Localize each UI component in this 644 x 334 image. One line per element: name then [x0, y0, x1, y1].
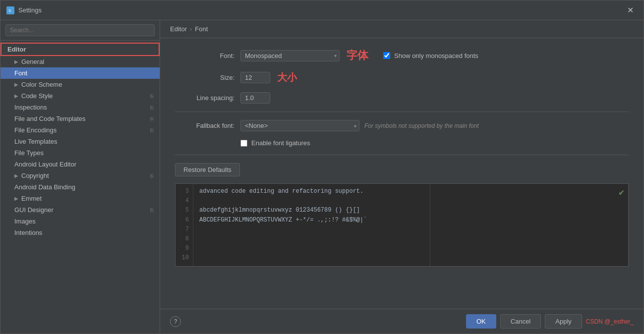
font-row: Font: Monospaced 字体 Show only monospaced…: [175, 48, 629, 63]
breadcrumb-font: Font: [195, 25, 208, 33]
file-types-label: File Types: [14, 149, 44, 157]
preview-right-panel: ✔: [430, 184, 628, 266]
cancel-button[interactable]: Cancel: [500, 314, 541, 329]
color-scheme-label: Color Scheme: [21, 81, 62, 88]
sidebar-item-general[interactable]: ▶ General: [0, 56, 160, 67]
settings-window: S Settings ✕ Editor ▶ General: [0, 0, 644, 334]
copy-icon: ⎘: [150, 207, 154, 213]
size-input[interactable]: [240, 72, 270, 83]
sidebar-item-emmet[interactable]: ▶ Emmet: [0, 193, 160, 204]
sidebar-item-file-types[interactable]: File Types: [0, 147, 160, 159]
preview-line-3: advanced code editing and refactoring su…: [199, 187, 424, 196]
sidebar-item-file-code-templates[interactable]: File and Code Templates ⎘: [0, 113, 160, 124]
android-layout-editor-label: Android Layout Editor: [14, 161, 76, 168]
gutter-line-3: 3: [179, 187, 189, 196]
search-box: [0, 20, 160, 41]
show-monospaced-checkbox[interactable]: [383, 52, 390, 59]
enable-ligatures-checkbox[interactable]: [240, 140, 247, 147]
close-button[interactable]: ✕: [623, 3, 638, 17]
search-input[interactable]: [5, 24, 155, 36]
gutter-line-10: 10: [179, 253, 189, 263]
app-icon: S: [6, 6, 14, 14]
breadcrumb-editor: Editor: [170, 25, 187, 33]
fallback-font-hint: For symbols not supported by the main fo…: [364, 122, 479, 129]
sidebar-item-gui-designer[interactable]: GUI Designer ⎘: [0, 204, 160, 216]
size-annotation: 大小: [277, 71, 297, 84]
svg-text:S: S: [8, 8, 11, 13]
code-preview: 3 4 5 6 7 8 9 10 advanced code editing a…: [175, 183, 629, 267]
show-monospaced-label: Show only monospaced fonts: [394, 52, 478, 59]
font-dropdown-wrapper: Monospaced: [240, 50, 340, 61]
title-bar: S Settings ✕: [0, 0, 644, 20]
line-spacing-control: [240, 92, 270, 104]
font-control: Monospaced 字体 Show only monospaced fonts: [240, 48, 478, 63]
help-button[interactable]: ?: [170, 316, 181, 327]
sidebar-item-editor[interactable]: Editor: [0, 43, 160, 56]
file-encodings-label: File Encodings: [14, 126, 57, 134]
sidebar-item-live-templates[interactable]: Live Templates: [0, 136, 160, 147]
restore-defaults-button[interactable]: Restore Defaults: [175, 163, 240, 176]
watermark-text: CSDN @_esther_: [586, 318, 634, 325]
editor-label: Editor: [7, 46, 26, 53]
gutter-line-5: 5: [179, 206, 189, 215]
bottom-right: OK Cancel Apply: [466, 314, 582, 329]
fallback-font-dropdown-wrapper: <None>: [240, 120, 359, 131]
sidebar-item-android-layout-editor[interactable]: Android Layout Editor: [0, 159, 160, 170]
sidebar-item-images[interactable]: Images: [0, 216, 160, 227]
apply-button[interactable]: Apply: [545, 314, 582, 329]
line-spacing-row: Line spacing:: [175, 92, 629, 104]
sidebar-item-android-data-binding[interactable]: Android Data Binding: [0, 181, 160, 193]
show-monospaced-row: Show only monospaced fonts: [383, 52, 478, 59]
android-data-binding-label: Android Data Binding: [14, 183, 75, 191]
font-dropdown[interactable]: Monospaced: [240, 50, 340, 61]
fallback-font-dropdown[interactable]: <None>: [240, 120, 359, 131]
arrow-icon: ▶: [14, 59, 18, 64]
sidebar-tree: Editor ▶ General Font ▶ Color Scheme: [0, 41, 160, 334]
bottom-left: ?: [170, 316, 181, 327]
file-code-templates-label: File and Code Templates: [14, 115, 86, 122]
bottom-right-container: OK Cancel Apply CSDN @_esther_: [466, 314, 634, 329]
bottom-bar: ? OK Cancel Apply CSDN @_esther_: [160, 309, 644, 334]
copy-icon: ⎘: [150, 105, 154, 111]
restore-defaults-row: Restore Defaults: [175, 163, 629, 176]
preview-code-content: advanced code editing and refactoring su…: [193, 184, 430, 266]
size-field-label: Size:: [175, 74, 234, 81]
ligatures-row: Enable font ligatures: [175, 139, 629, 147]
live-templates-label: Live Templates: [14, 138, 57, 145]
gutter-line-6: 6: [179, 216, 189, 225]
line-spacing-input[interactable]: [240, 92, 270, 104]
fallback-font-row: Fallback font: <None> For symbols not su…: [175, 120, 629, 131]
size-row: Size: 大小: [175, 71, 629, 84]
copyright-label: Copyright: [21, 172, 49, 179]
sidebar-item-color-scheme[interactable]: ▶ Color Scheme: [0, 79, 160, 90]
sidebar-item-intentions[interactable]: Intentions: [0, 227, 160, 238]
preview-line-5: abcdefghijklmnopqrstuvwxyz 0123456789 ()…: [199, 206, 424, 215]
font-label: Font: [14, 69, 27, 77]
separator-2: [175, 155, 629, 155]
ok-button[interactable]: OK: [466, 314, 496, 329]
general-label: General: [21, 58, 44, 65]
sidebar: Editor ▶ General Font ▶ Color Scheme: [0, 20, 160, 334]
separator-1: [175, 111, 629, 112]
preview-line-8: [199, 234, 424, 244]
main-panel: Editor › Font Font: Monospaced 字体: [160, 20, 644, 334]
copy-icon: ⎘: [150, 173, 154, 179]
inspections-label: Inspections: [14, 104, 47, 111]
preview-gutter: 3 4 5 6 7 8 9 10: [176, 184, 193, 266]
breadcrumb: Editor › Font: [160, 20, 644, 38]
sidebar-item-file-encodings[interactable]: File Encodings ⎘: [0, 124, 160, 136]
sidebar-item-font[interactable]: Font: [0, 67, 160, 79]
sidebar-item-inspections[interactable]: Inspections ⎘: [0, 102, 160, 113]
preview-line-4: [199, 196, 424, 206]
images-label: Images: [14, 218, 36, 225]
line-spacing-field-label: Line spacing:: [175, 94, 234, 102]
fallback-font-field-label: Fallback font:: [175, 122, 234, 129]
preview-line-9: [199, 244, 424, 253]
sidebar-item-code-style[interactable]: ▶ Code Style ⎘: [0, 90, 160, 102]
checkmark-icon: ✔: [619, 187, 624, 198]
copy-icon: ⎘: [150, 116, 154, 122]
sidebar-item-copyright[interactable]: ▶ Copyright ⎘: [0, 170, 160, 181]
arrow-icon: ▶: [14, 82, 18, 87]
fallback-font-control: <None> For symbols not supported by the …: [240, 120, 479, 131]
gutter-line-4: 4: [179, 196, 189, 206]
